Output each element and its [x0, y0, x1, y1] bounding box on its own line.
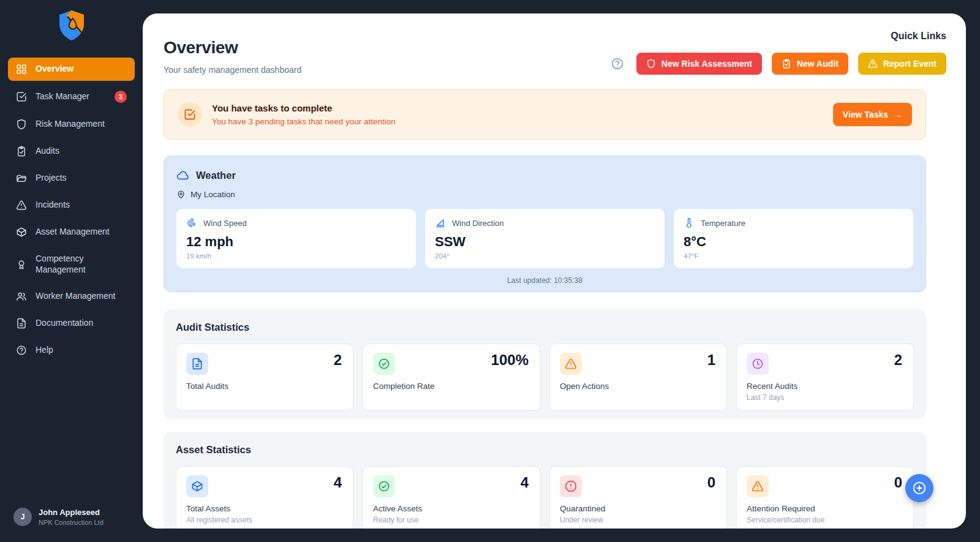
- users-icon: [16, 291, 27, 302]
- completion-rate-card: 100% Completion Rate: [363, 344, 540, 411]
- thermometer-icon: [684, 217, 695, 228]
- stat-value: 1: [707, 352, 715, 369]
- view-tasks-label: View Tasks: [843, 110, 888, 119]
- alert-octagon-icon: [560, 475, 582, 497]
- clock-icon: [747, 353, 769, 375]
- user-name: John Appleseed: [39, 508, 104, 517]
- temperature-value: 8°C: [684, 234, 903, 250]
- stat-value: 2: [334, 352, 342, 369]
- sidebar-nav: Overview Task Manager 3 Risk Management …: [0, 42, 143, 362]
- shield-icon: [16, 119, 27, 130]
- stat-value: 4: [521, 474, 529, 491]
- task-count-badge: 3: [115, 91, 127, 103]
- alert-triangle-icon: [868, 59, 878, 69]
- sidebar-item-task-manager[interactable]: Task Manager 3: [8, 85, 135, 109]
- button-label: New Audit: [797, 59, 839, 69]
- page-title: Overview: [164, 38, 301, 58]
- quick-links: Quick Links New Risk Assessment New Audi…: [611, 31, 946, 75]
- stat-label: Total Assets: [186, 504, 343, 513]
- temperature-card: Temperature 8°C 47°F: [674, 209, 913, 268]
- stat-value: 4: [334, 474, 342, 491]
- total-assets-card: 4 Total Assets All registered assets: [176, 466, 353, 529]
- stat-label: Quarantined: [560, 504, 717, 513]
- app-logo: [0, 0, 143, 42]
- help-circle-icon: [16, 345, 27, 356]
- wind-speed-value: 12 mph: [186, 234, 406, 250]
- sidebar-item-audits[interactable]: Audits: [8, 140, 135, 163]
- shield-icon: [646, 59, 656, 69]
- recent-audits-card: 2 Recent Audits Last 7 days: [736, 344, 914, 411]
- audit-statistics-section: Audit Statistics 2 Total Audits 100% Com…: [164, 309, 926, 419]
- active-assets-card: 4 Active Assets Ready for use: [363, 466, 540, 529]
- wind-speed-label: Wind Speed: [203, 219, 247, 228]
- stat-value: 0: [894, 474, 902, 491]
- sidebar-item-label: Competency Management: [36, 254, 109, 275]
- sidebar-item-overview[interactable]: Overview: [8, 58, 135, 81]
- asset-statistics-title: Asset Statistics: [176, 444, 914, 456]
- sidebar-item-worker-management[interactable]: Worker Management: [8, 285, 135, 308]
- sidebar: Overview Task Manager 3 Risk Management …: [0, 0, 143, 542]
- stat-label: Completion Rate: [373, 382, 530, 391]
- add-fab-button[interactable]: [905, 474, 933, 502]
- stat-sublabel: Ready for use: [373, 516, 530, 524]
- stat-sublabel: Under review: [560, 516, 717, 524]
- sidebar-item-label: Risk Management: [36, 119, 105, 130]
- wind-icon: [186, 217, 197, 228]
- sidebar-item-label: Task Manager: [36, 91, 89, 102]
- sidebar-item-help[interactable]: Help: [8, 339, 135, 362]
- sidebar-item-label: Worker Management: [36, 291, 115, 302]
- stat-value: 2: [894, 352, 902, 369]
- new-risk-assessment-button[interactable]: New Risk Assessment: [636, 53, 762, 75]
- wind-direction-value: SSW: [435, 234, 655, 250]
- view-tasks-button[interactable]: View Tasks →: [833, 103, 912, 126]
- temperature-sub: 47°F: [684, 252, 903, 260]
- attention-required-card: 0 Attention Required Service/certificati…: [736, 466, 914, 529]
- temperature-label: Temperature: [701, 219, 745, 228]
- file-text-icon: [16, 318, 27, 329]
- sidebar-item-label: Help: [36, 345, 53, 356]
- sidebar-item-projects[interactable]: Projects: [8, 167, 135, 190]
- cube-icon: [16, 227, 27, 238]
- stat-sublabel: Service/certification due: [747, 516, 903, 524]
- alert-triangle-icon: [560, 353, 582, 375]
- weather-title: Weather: [196, 170, 236, 181]
- weather-widget: Weather My Location Wind Speed 12 mph 19…: [164, 156, 926, 292]
- user-profile[interactable]: J John Appleseed NPK Construction Ltd: [13, 508, 104, 526]
- sidebar-item-competency-management[interactable]: Competency Management: [8, 247, 135, 281]
- sidebar-item-label: Asset Management: [36, 227, 110, 238]
- page-subtitle: Your safety management dashboard: [164, 65, 301, 75]
- sidebar-item-incidents[interactable]: Incidents: [8, 194, 135, 217]
- help-icon[interactable]: [611, 57, 624, 70]
- quarantined-card: 0 Quarantined Under review: [549, 466, 727, 529]
- stat-label: Total Audits: [186, 382, 343, 391]
- sidebar-item-documentation[interactable]: Documentation: [8, 312, 135, 335]
- arrow-right-icon: →: [894, 110, 902, 119]
- task-banner: You have tasks to complete You have 3 pe…: [164, 89, 926, 140]
- new-audit-button[interactable]: New Audit: [772, 53, 848, 75]
- weather-location: My Location: [190, 190, 235, 199]
- sidebar-item-asset-management[interactable]: Asset Management: [8, 220, 135, 244]
- wind-speed-card: Wind Speed 12 mph 19 km/h: [176, 209, 416, 268]
- sidebar-item-risk-management[interactable]: Risk Management: [8, 113, 135, 136]
- wind-direction-sub: 204°: [435, 252, 655, 260]
- asset-statistics-section: Asset Statistics 4 Total Assets All regi…: [164, 432, 926, 529]
- sidebar-item-label: Projects: [36, 173, 67, 184]
- check-square-icon: [178, 102, 202, 127]
- task-banner-subtitle: You have 3 pending tasks that need your …: [212, 117, 396, 126]
- weather-last-updated: Last updated: 10:35:38: [176, 276, 913, 285]
- file-text-icon: [186, 353, 208, 375]
- report-event-button[interactable]: Report Event: [858, 53, 946, 75]
- plus-circle-icon: [911, 480, 927, 496]
- wind-speed-sub: 19 km/h: [186, 252, 406, 260]
- stat-label: Attention Required: [747, 504, 903, 513]
- sidebar-item-label: Audits: [36, 146, 59, 157]
- wind-direction-icon: [435, 217, 446, 228]
- button-label: New Risk Assessment: [662, 59, 752, 69]
- audit-statistics-title: Audit Statistics: [176, 322, 914, 333]
- cube-icon: [186, 475, 208, 497]
- stat-label: Recent Audits: [747, 382, 903, 391]
- check-square-icon: [16, 91, 27, 102]
- main-panel: Overview Your safety management dashboar…: [143, 13, 966, 529]
- task-banner-title: You have tasks to complete: [212, 103, 396, 113]
- wind-direction-card: Wind Direction SSW 204°: [425, 209, 665, 268]
